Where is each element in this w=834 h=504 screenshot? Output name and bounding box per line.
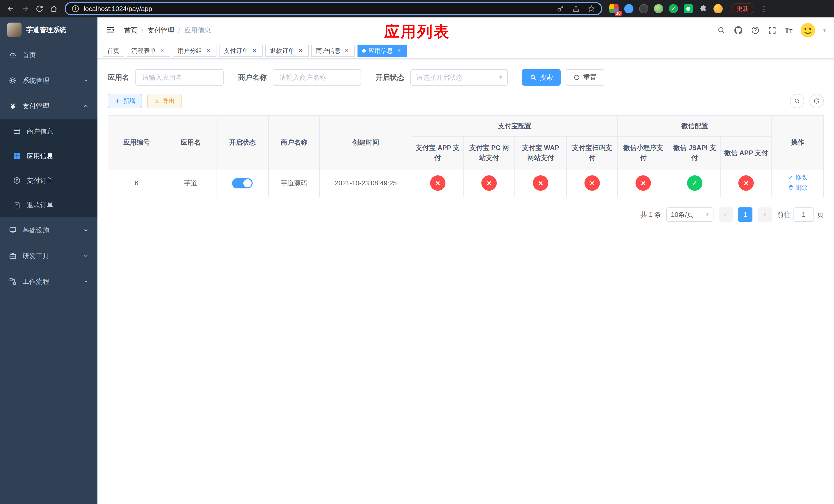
close-icon[interactable]: × xyxy=(158,47,166,54)
cell-app-name: 芋道 xyxy=(165,169,216,197)
toolbox-icon xyxy=(9,252,17,260)
edit-button[interactable]: 修改 xyxy=(788,173,807,182)
add-button[interactable]: 新增 xyxy=(108,94,142,108)
merchant-name-input[interactable] xyxy=(273,69,361,86)
reset-button[interactable]: 重置 xyxy=(566,69,604,86)
sidebar-item-system[interactable]: 系统管理 xyxy=(0,68,97,93)
extension-green-check-icon[interactable]: ✓ xyxy=(668,3,679,14)
key-icon[interactable] xyxy=(556,4,565,13)
prev-page-button[interactable] xyxy=(719,207,733,222)
tag-home[interactable]: 首页 xyxy=(103,45,124,57)
goto-page-input[interactable] xyxy=(793,207,814,222)
tag-merchant-info[interactable]: 商户信息× xyxy=(311,45,355,57)
next-page-button[interactable] xyxy=(758,207,772,222)
extension-badge: 10 xyxy=(615,11,622,16)
sidebar-collapse-icon[interactable] xyxy=(106,25,116,36)
sidebar-item-infrastructure[interactable]: 基础设施 xyxy=(0,217,97,243)
site-info-icon[interactable] xyxy=(71,4,80,13)
wechat-jsapi-status-icon: ✓ xyxy=(687,175,702,191)
tag-process-form[interactable]: 流程表单× xyxy=(127,45,170,57)
chevron-down-icon xyxy=(83,253,89,259)
search-button[interactable]: 搜索 xyxy=(522,69,561,86)
extension-grid-icon[interactable]: 10 xyxy=(608,3,620,14)
gear-icon xyxy=(9,76,17,85)
chevron-down-icon xyxy=(83,227,89,233)
font-size-icon[interactable]: TT xyxy=(785,26,792,34)
sidebar-item-merchant-info[interactable]: 商户信息 xyxy=(0,119,97,143)
fullscreen-icon[interactable] xyxy=(768,26,777,35)
current-page-button[interactable]: 1 xyxy=(738,207,752,222)
share-icon[interactable] xyxy=(571,4,580,13)
breadcrumb-home[interactable]: 首页 xyxy=(124,26,137,35)
extension-wechat-icon[interactable] xyxy=(683,3,694,14)
extension-dark-icon[interactable] xyxy=(638,3,649,14)
sidebar-item-payment-orders[interactable]: 支付订单 xyxy=(0,168,97,193)
export-button[interactable]: 导出 xyxy=(147,94,181,108)
col-app-id: 应用编号 xyxy=(108,116,165,169)
alipay-scan-status-icon: × xyxy=(585,175,600,191)
sidebar-item-label: 支付订单 xyxy=(27,176,53,185)
browser-menu-icon[interactable]: ⋮ xyxy=(759,4,769,13)
app-table: 应用编号 应用名 开启状态 商户名称 创建时间 支付宝配置 微信配置 操作 支付… xyxy=(108,115,824,197)
merchant-name-label: 商户名称 xyxy=(238,72,267,82)
sidebar-item-app-info[interactable]: 应用信息 xyxy=(0,143,97,168)
table-toolbar: 新增 导出 xyxy=(108,94,824,108)
tag-payment-orders[interactable]: 支付订单× xyxy=(219,45,263,57)
page-annotation: 应用列表 xyxy=(384,22,450,42)
main-area: 首页 / 支付管理 / 应用信息 TT ▾ 首页 流程 xyxy=(97,18,834,504)
app-name-input[interactable] xyxy=(135,69,224,86)
sidebar-item-label: 应用信息 xyxy=(27,152,53,160)
toggle-search-icon[interactable] xyxy=(790,94,804,108)
delete-button[interactable]: 删除 xyxy=(788,183,807,192)
sidebar-item-payment[interactable]: ¥ 支付管理 xyxy=(0,93,97,119)
sidebar-menu: 首页 系统管理 ¥ 支付管理 商户信息 xyxy=(0,42,97,294)
close-icon[interactable]: × xyxy=(205,47,212,54)
tags-view: 首页 流程表单× 用户分组× 支付订单× 退款订单× 商户信息× 应用信息× xyxy=(97,43,834,59)
sidebar-item-label: 系统管理 xyxy=(23,76,49,85)
sidebar-item-home[interactable]: 首页 xyxy=(0,42,97,68)
active-dot xyxy=(362,49,366,52)
status-select[interactable]: 请选择开启状态 ▾ xyxy=(410,69,508,86)
sidebar-item-label: 商户信息 xyxy=(27,127,53,136)
github-icon[interactable] xyxy=(734,26,743,35)
extensions-puzzle-icon[interactable] xyxy=(698,3,709,14)
col-merchant: 商户名称 xyxy=(268,116,320,169)
tag-app-info[interactable]: 应用信息× xyxy=(357,45,407,57)
back-icon[interactable] xyxy=(6,4,15,13)
alipay-app-status-icon: × xyxy=(430,175,445,191)
close-icon[interactable]: × xyxy=(297,47,304,54)
refresh-icon[interactable] xyxy=(809,94,824,108)
sidebar-item-workflow[interactable]: 工作流程 xyxy=(0,269,97,294)
address-bar[interactable]: localhost:1024/pay/app xyxy=(65,2,602,15)
tag-user-group[interactable]: 用户分组× xyxy=(173,45,216,57)
close-icon[interactable]: × xyxy=(251,47,258,54)
col-actions: 操作 xyxy=(772,116,824,169)
sidebar-item-refund-orders[interactable]: 退款订单 xyxy=(0,193,97,217)
payment-submenu: 商户信息 应用信息 支付订单 退款订单 xyxy=(0,119,97,217)
extension-toolbar: 10 ✓ xyxy=(606,3,726,14)
page-size-select[interactable]: 10条/页 ▾ xyxy=(666,207,714,222)
reload-icon[interactable] xyxy=(35,4,44,13)
forward-icon[interactable] xyxy=(21,4,30,13)
extension-emoji-icon[interactable] xyxy=(712,3,724,14)
filter-form: 应用名 商户名称 开启状态 请选择开启状态 ▾ xyxy=(108,69,824,86)
user-avatar[interactable] xyxy=(800,23,815,38)
close-icon[interactable]: × xyxy=(395,47,403,54)
user-menu-caret-icon[interactable]: ▾ xyxy=(823,27,826,33)
extension-avatar-icon[interactable] xyxy=(653,3,664,14)
status-toggle[interactable] xyxy=(232,178,253,188)
url-text[interactable]: localhost:1024/pay/app xyxy=(84,5,152,13)
search-icon[interactable] xyxy=(717,26,726,35)
browser-update-button[interactable]: 更新 xyxy=(731,3,754,14)
bookmark-star-icon[interactable] xyxy=(587,4,596,13)
close-icon[interactable]: × xyxy=(343,47,350,54)
breadcrumb-payment[interactable]: 支付管理 xyxy=(148,26,174,35)
tag-refund-orders[interactable]: 退款订单× xyxy=(265,45,309,57)
sidebar-item-dev-tools[interactable]: 研发工具 xyxy=(0,243,97,269)
home-icon[interactable] xyxy=(49,4,59,13)
browser-chrome: localhost:1024/pay/app 10 ✓ 更新 ⋮ xyxy=(0,0,834,18)
extension-blue-icon[interactable] xyxy=(623,3,635,14)
help-icon[interactable] xyxy=(751,26,760,35)
app-frame: 芋道管理系统 首页 系统管理 ¥ 支付管理 xyxy=(0,18,834,504)
breadcrumb-current: 应用信息 xyxy=(184,26,211,35)
